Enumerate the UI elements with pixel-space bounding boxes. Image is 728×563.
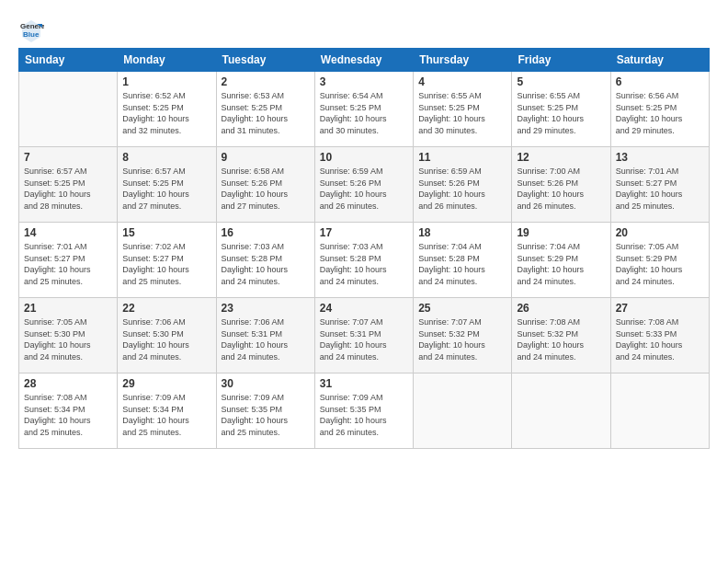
day-cell: 4Sunrise: 6:55 AMSunset: 5:25 PMDaylight… [414,72,512,147]
day-info: Sunrise: 6:52 AMSunset: 5:25 PMDaylight:… [122,90,210,136]
day-info: Sunrise: 7:04 AMSunset: 5:29 PMDaylight:… [517,241,605,287]
day-cell: 31Sunrise: 7:09 AMSunset: 5:35 PMDayligh… [314,373,413,449]
col-header-thursday: Thursday [414,49,512,72]
day-info: Sunrise: 6:53 AMSunset: 5:25 PMDaylight:… [222,90,310,136]
day-number: 5 [517,75,605,88]
day-info: Sunrise: 6:54 AMSunset: 5:25 PMDaylight:… [320,90,408,136]
day-number: 13 [616,151,704,164]
day-cell: 28Sunrise: 7:08 AMSunset: 5:34 PMDayligh… [19,373,118,449]
day-number: 7 [24,151,112,164]
day-number: 12 [517,151,605,164]
day-number: 31 [320,377,408,390]
day-cell: 25Sunrise: 7:07 AMSunset: 5:32 PMDayligh… [414,298,512,373]
day-number: 18 [418,226,506,239]
day-cell: 21Sunrise: 7:05 AMSunset: 5:30 PMDayligh… [19,298,118,373]
header: General Blue [18,17,710,42]
day-info: Sunrise: 7:01 AMSunset: 5:27 PMDaylight:… [24,241,112,287]
day-cell [610,373,709,449]
day-cell: 23Sunrise: 7:06 AMSunset: 5:31 PMDayligh… [216,298,314,373]
day-number: 27 [616,302,704,315]
day-info: Sunrise: 6:57 AMSunset: 5:25 PMDaylight:… [122,166,210,212]
day-number: 29 [122,377,210,390]
day-info: Sunrise: 6:58 AMSunset: 5:26 PMDaylight:… [222,166,310,212]
week-row-5: 28Sunrise: 7:08 AMSunset: 5:34 PMDayligh… [19,373,710,449]
day-info: Sunrise: 7:09 AMSunset: 5:35 PMDaylight:… [222,392,310,438]
day-number: 3 [320,75,408,88]
day-info: Sunrise: 6:59 AMSunset: 5:26 PMDaylight:… [418,166,506,212]
day-info: Sunrise: 7:08 AMSunset: 5:33 PMDaylight:… [616,316,704,362]
week-row-2: 7Sunrise: 6:57 AMSunset: 5:25 PMDaylight… [19,147,710,223]
day-info: Sunrise: 7:04 AMSunset: 5:28 PMDaylight:… [418,241,506,287]
day-number: 6 [616,75,704,88]
day-cell: 6Sunrise: 6:56 AMSunset: 5:25 PMDaylight… [610,72,709,147]
day-cell: 10Sunrise: 6:59 AMSunset: 5:26 PMDayligh… [314,147,413,223]
day-info: Sunrise: 7:00 AMSunset: 5:26 PMDaylight:… [517,166,605,212]
day-cell [19,72,118,147]
day-info: Sunrise: 7:07 AMSunset: 5:32 PMDaylight:… [418,316,506,362]
day-cell: 16Sunrise: 7:03 AMSunset: 5:28 PMDayligh… [216,223,314,298]
day-info: Sunrise: 7:05 AMSunset: 5:29 PMDaylight:… [616,241,704,287]
day-cell: 17Sunrise: 7:03 AMSunset: 5:28 PMDayligh… [314,223,413,298]
day-cell: 19Sunrise: 7:04 AMSunset: 5:29 PMDayligh… [512,223,610,298]
day-number: 14 [24,226,112,239]
day-cell: 26Sunrise: 7:08 AMSunset: 5:32 PMDayligh… [512,298,610,373]
day-number: 24 [320,302,408,315]
day-info: Sunrise: 7:06 AMSunset: 5:31 PMDaylight:… [222,316,310,362]
day-number: 10 [320,151,408,164]
week-row-1: 1Sunrise: 6:52 AMSunset: 5:25 PMDaylight… [19,72,710,147]
day-cell: 2Sunrise: 6:53 AMSunset: 5:25 PMDaylight… [216,72,314,147]
day-info: Sunrise: 7:08 AMSunset: 5:32 PMDaylight:… [517,316,605,362]
day-number: 9 [222,151,310,164]
day-number: 26 [517,302,605,315]
day-cell: 24Sunrise: 7:07 AMSunset: 5:31 PMDayligh… [314,298,413,373]
day-number: 30 [222,377,310,390]
day-info: Sunrise: 7:09 AMSunset: 5:35 PMDaylight:… [320,392,408,438]
day-cell: 5Sunrise: 6:55 AMSunset: 5:25 PMDaylight… [512,72,610,147]
day-number: 22 [122,302,210,315]
day-number: 16 [222,226,310,239]
week-row-3: 14Sunrise: 7:01 AMSunset: 5:27 PMDayligh… [19,223,710,298]
col-header-friday: Friday [512,49,610,72]
day-number: 20 [616,226,704,239]
day-info: Sunrise: 7:07 AMSunset: 5:31 PMDaylight:… [320,316,408,362]
day-info: Sunrise: 6:56 AMSunset: 5:25 PMDaylight:… [616,90,704,136]
day-cell: 1Sunrise: 6:52 AMSunset: 5:25 PMDaylight… [118,72,216,147]
day-cell: 30Sunrise: 7:09 AMSunset: 5:35 PMDayligh… [216,373,314,449]
week-row-4: 21Sunrise: 7:05 AMSunset: 5:30 PMDayligh… [19,298,710,373]
day-cell: 29Sunrise: 7:09 AMSunset: 5:34 PMDayligh… [118,373,216,449]
day-cell [512,373,610,449]
day-cell: 12Sunrise: 7:00 AMSunset: 5:26 PMDayligh… [512,147,610,223]
day-number: 19 [517,226,605,239]
day-info: Sunrise: 6:55 AMSunset: 5:25 PMDaylight:… [418,90,506,136]
day-info: Sunrise: 6:55 AMSunset: 5:25 PMDaylight:… [517,90,605,136]
day-number: 1 [122,75,210,88]
day-number: 23 [222,302,310,315]
day-number: 8 [122,151,210,164]
col-header-sunday: Sunday [19,49,118,72]
day-info: Sunrise: 7:08 AMSunset: 5:34 PMDaylight:… [24,392,112,438]
logo: General Blue [18,17,48,42]
day-cell: 3Sunrise: 6:54 AMSunset: 5:25 PMDaylight… [314,72,413,147]
day-cell: 7Sunrise: 6:57 AMSunset: 5:25 PMDaylight… [19,147,118,223]
day-info: Sunrise: 7:03 AMSunset: 5:28 PMDaylight:… [320,241,408,287]
day-number: 2 [222,75,310,88]
day-cell: 11Sunrise: 6:59 AMSunset: 5:26 PMDayligh… [414,147,512,223]
day-cell: 27Sunrise: 7:08 AMSunset: 5:33 PMDayligh… [610,298,709,373]
day-cell: 18Sunrise: 7:04 AMSunset: 5:28 PMDayligh… [414,223,512,298]
col-header-wednesday: Wednesday [314,49,413,72]
col-header-saturday: Saturday [610,49,709,72]
svg-text:Blue: Blue [23,30,40,39]
day-info: Sunrise: 7:02 AMSunset: 5:27 PMDaylight:… [122,241,210,287]
day-cell: 8Sunrise: 6:57 AMSunset: 5:25 PMDaylight… [118,147,216,223]
day-cell: 14Sunrise: 7:01 AMSunset: 5:27 PMDayligh… [19,223,118,298]
calendar-table: SundayMondayTuesdayWednesdayThursdayFrid… [18,48,710,449]
day-number: 17 [320,226,408,239]
day-cell: 20Sunrise: 7:05 AMSunset: 5:29 PMDayligh… [610,223,709,298]
day-info: Sunrise: 7:06 AMSunset: 5:30 PMDaylight:… [122,316,210,362]
day-number: 21 [24,302,112,315]
day-cell: 15Sunrise: 7:02 AMSunset: 5:27 PMDayligh… [118,223,216,298]
day-info: Sunrise: 7:01 AMSunset: 5:27 PMDaylight:… [616,166,704,212]
logo-icon: General Blue [18,17,44,42]
col-header-monday: Monday [118,49,216,72]
header-row: SundayMondayTuesdayWednesdayThursdayFrid… [19,49,710,72]
